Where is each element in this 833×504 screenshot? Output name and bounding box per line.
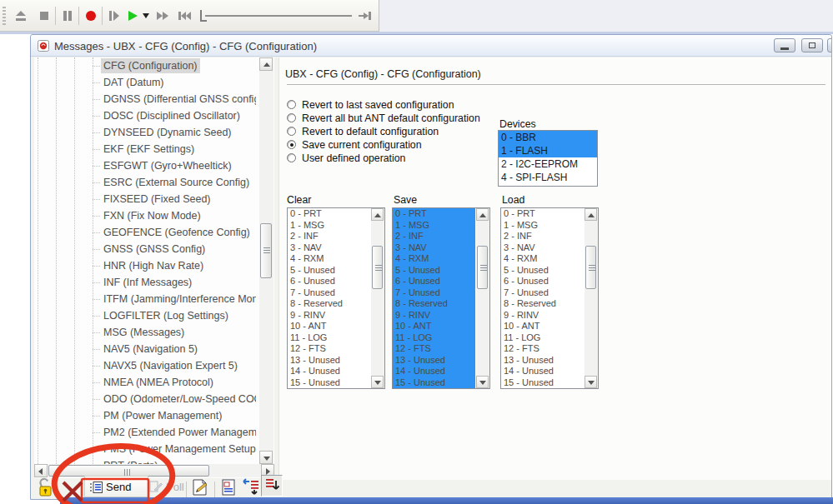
scroll-left-button[interactable]	[34, 464, 48, 477]
titlebar[interactable]: Messages - UBX - CFG (Config) - CFG (Con…	[31, 35, 831, 57]
minimize-button[interactable]	[774, 38, 795, 52]
tree-item[interactable]: FXN (Fix Now Mode)	[34, 207, 256, 224]
flag-item[interactable]: 1 - MSG	[288, 220, 370, 232]
tree-item[interactable]: LOGFILTER (Log Settings)	[34, 307, 256, 324]
flag-item[interactable]: 6 - Unused	[288, 276, 370, 287]
flag-item[interactable]: 1 - MSG	[393, 220, 475, 232]
tree-item[interactable]: DAT (Datum)	[34, 74, 256, 91]
auto-poll-button[interactable]	[261, 475, 283, 497]
device-item[interactable]: 0 - BBR	[499, 131, 597, 144]
flag-item[interactable]: 10 - ANT	[501, 321, 584, 332]
step-forward-icon[interactable]	[107, 8, 122, 23]
flag-item[interactable]: 8 - Reserved	[288, 298, 370, 310]
flag-item[interactable]: 14 - Unused	[393, 366, 475, 377]
flag-item[interactable]: 12 - FTS	[393, 343, 475, 355]
flag-item[interactable]: 2 - INF	[393, 231, 475, 242]
tree-item[interactable]: PMS (Power Management Setup)	[34, 441, 256, 457]
flag-item[interactable]: 3 - NAV	[288, 242, 370, 254]
scroll-down-button[interactable]	[259, 451, 273, 464]
save-list[interactable]: 0 - PRT1 - MSG2 - INF3 - NAV4 - RXM5 - U…	[392, 207, 490, 389]
flag-item[interactable]: 3 - NAV	[393, 242, 475, 254]
flag-item[interactable]: 10 - ANT	[288, 321, 370, 332]
radio-button[interactable]	[287, 100, 296, 109]
play-options-dropdown-icon[interactable]	[142, 12, 150, 20]
list-scrollbar[interactable]	[476, 208, 489, 388]
skip-to-end-icon[interactable]	[357, 8, 372, 23]
play-icon[interactable]	[125, 8, 140, 23]
toolbar-grip[interactable]	[3, 7, 6, 25]
tree-item[interactable]: NAV5 (Navigation 5)	[34, 341, 256, 357]
scroll-up-button[interactable]	[476, 208, 489, 221]
radio-option[interactable]: Revert to default configuration	[287, 126, 520, 138]
flag-item[interactable]: 4 - RXM	[393, 253, 475, 265]
poll-all-messages-icon[interactable]	[241, 478, 261, 497]
tree-item[interactable]: EKF (EKF Settings)	[34, 141, 256, 157]
device-item[interactable]: 4 - SPI-FLASH	[499, 171, 597, 184]
flag-item[interactable]: 11 - LOG	[288, 332, 370, 344]
flag-item[interactable]: 8 - Reserved	[501, 298, 584, 310]
tree-item[interactable]: PM (Power Management)	[34, 407, 256, 424]
tree-vertical-scrollbar[interactable]	[259, 57, 273, 464]
tree-item[interactable]: CFG (Configuration)	[34, 57, 256, 74]
tree-item[interactable]: PRT (Ports)	[34, 457, 256, 464]
flag-item[interactable]: 8 - Reserved	[393, 298, 475, 310]
fast-forward-icon[interactable]	[155, 8, 170, 23]
flag-item[interactable]: 14 - Unused	[501, 366, 584, 377]
flag-item[interactable]: 13 - Unused	[393, 355, 475, 367]
skip-to-start-icon[interactable]	[177, 8, 192, 23]
scroll-up-button[interactable]	[371, 208, 384, 221]
radio-button-selected[interactable]	[287, 140, 296, 149]
flag-item[interactable]: 15 - Unused	[393, 377, 475, 389]
flag-item[interactable]: 2 - INF	[288, 231, 370, 242]
scroll-up-button[interactable]	[259, 57, 273, 71]
tree-item[interactable]: ESRC (External Source Config)	[34, 174, 256, 191]
flag-item[interactable]: 1 - MSG	[501, 220, 584, 232]
flag-item[interactable]: 7 - Unused	[288, 287, 370, 299]
tree-item[interactable]: PM2 (Extended Power Managemen	[34, 424, 256, 441]
flag-item[interactable]: 5 - Unused	[393, 265, 475, 277]
flag-item[interactable]: 4 - RXM	[501, 253, 584, 265]
flag-item[interactable]: 6 - Unused	[501, 276, 584, 287]
customize-messages-icon[interactable]	[191, 478, 209, 497]
radio-button[interactable]	[287, 127, 296, 136]
flag-item[interactable]: 5 - Unused	[501, 265, 584, 277]
radio-button[interactable]	[287, 153, 296, 162]
radio-option[interactable]: User defined operation	[287, 152, 520, 165]
flag-item[interactable]: 0 - PRT	[393, 208, 475, 220]
tree-item[interactable]: DYNSEED (Dynamic Seed)	[34, 124, 256, 141]
flag-item[interactable]: 0 - PRT	[501, 208, 584, 220]
flag-item[interactable]: 11 - LOG	[501, 332, 584, 344]
scroll-down-button[interactable]	[371, 376, 384, 388]
restore-button[interactable]	[801, 38, 823, 52]
tree-item[interactable]: FIXSEED (Fixed Seed)	[34, 191, 256, 207]
flag-item[interactable]: 6 - Unused	[393, 276, 475, 287]
flag-item[interactable]: 7 - Unused	[393, 287, 475, 299]
scroll-thumb[interactable]	[372, 246, 383, 289]
scroll-thumb[interactable]	[585, 246, 596, 289]
flag-item[interactable]: 12 - FTS	[501, 343, 584, 355]
list-scrollbar[interactable]	[585, 208, 598, 388]
send-button[interactable]: Send	[84, 476, 148, 497]
tree-item[interactable]: NAVX5 (Navigation Expert 5)	[34, 357, 256, 374]
stop-icon[interactable]	[37, 8, 52, 23]
unlock-icon[interactable]	[38, 477, 53, 497]
radio-option[interactable]: Revert to last saved configuration	[287, 99, 520, 112]
device-item[interactable]: 1 - FLASH	[499, 144, 597, 157]
close-button[interactable]	[827, 38, 831, 52]
flag-item[interactable]: 7 - Unused	[501, 287, 584, 299]
tree-item[interactable]: GNSS (GNSS Config)	[34, 241, 256, 257]
flag-item[interactable]: 12 - FTS	[288, 343, 370, 355]
flag-item[interactable]: 3 - NAV	[501, 242, 584, 254]
list-scrollbar[interactable]	[371, 208, 384, 388]
record-icon[interactable]	[83, 8, 98, 23]
radio-option[interactable]: Revert all but ANT default configuration	[287, 112, 520, 125]
tree-item[interactable]: ODO (Odometer/Low-Speed COG f	[34, 391, 256, 407]
scroll-thumb[interactable]	[260, 223, 272, 278]
eject-icon[interactable]	[13, 8, 28, 23]
flag-item[interactable]: 0 - PRT	[288, 208, 370, 220]
tree-item[interactable]: INF (Inf Messages)	[34, 274, 256, 291]
flag-item[interactable]: 13 - Unused	[288, 355, 370, 367]
flag-item[interactable]: 4 - RXM	[288, 253, 370, 265]
flag-item[interactable]: 2 - INF	[501, 231, 584, 242]
devices-list[interactable]: 0 - BBR1 - FLASH2 - I2C-EEPROM4 - SPI-FL…	[498, 130, 598, 187]
